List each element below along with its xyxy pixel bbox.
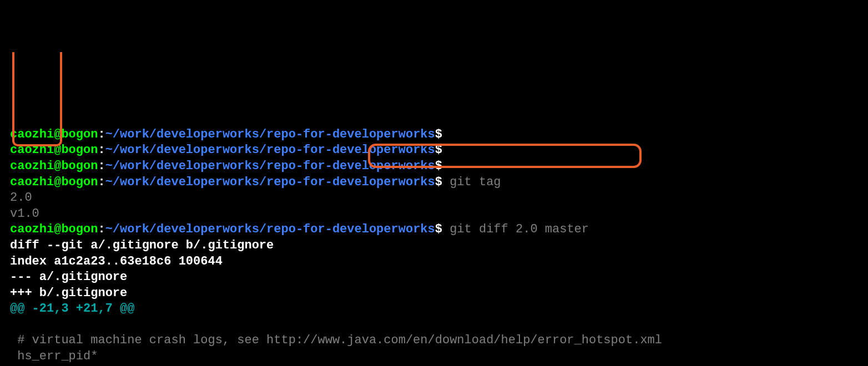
terminal-line-7: diff --git a/.gitignore b/.gitignore bbox=[10, 238, 858, 254]
prompt-colon: : bbox=[98, 175, 105, 189]
terminal-line-12 bbox=[10, 317, 858, 333]
prompt-colon: : bbox=[98, 222, 105, 236]
diff-header: +++ b/.gitignore bbox=[10, 286, 127, 300]
prompt-colon: : bbox=[98, 159, 105, 173]
terminal-line-11: @@ -21,3 +21,7 @@ bbox=[10, 301, 858, 317]
terminal-line-4: 2.0 bbox=[10, 190, 858, 206]
prompt-path: ~/work/developerworks/repo-for-developer… bbox=[105, 175, 435, 189]
prompt-dollar: $ bbox=[435, 222, 450, 236]
terminal-line-13: # virtual machine crash logs, see http:/… bbox=[10, 333, 858, 349]
diff-header: diff --git a/.gitignore b/.gitignore bbox=[10, 238, 274, 252]
prompt-colon: : bbox=[98, 143, 105, 157]
prompt-user: caozhi@bogon bbox=[10, 222, 98, 236]
command-text[interactable]: git diff 2.0 master bbox=[450, 222, 589, 236]
prompt-path: ~/work/developerworks/repo-for-developer… bbox=[105, 143, 435, 157]
output-text: v1.0 bbox=[10, 207, 39, 221]
diff-hunk: @@ -21,3 +21,7 @@ bbox=[10, 302, 134, 316]
prompt-path: ~/work/developerworks/repo-for-developer… bbox=[105, 159, 435, 173]
prompt-dollar: $ bbox=[435, 175, 450, 189]
output-text: # virtual machine crash logs, see http:/… bbox=[10, 333, 662, 347]
diff-header: --- a/.gitignore bbox=[10, 270, 127, 284]
output-text: 2.0 bbox=[10, 191, 32, 205]
command-text[interactable]: git tag bbox=[450, 175, 501, 189]
terminal-line-9: --- a/.gitignore bbox=[10, 270, 858, 286]
prompt-user: caozhi@bogon bbox=[10, 143, 98, 157]
prompt-path: ~/work/developerworks/repo-for-developer… bbox=[105, 222, 435, 236]
prompt-dollar: $ bbox=[435, 143, 450, 157]
terminal-line-5: v1.0 bbox=[10, 206, 858, 222]
terminal-line-1: caozhi@bogon:~/work/developerworks/repo-… bbox=[10, 143, 858, 159]
diff-header: index a1c2a23..63e18c6 100644 bbox=[10, 255, 223, 268]
prompt-user: caozhi@bogon bbox=[10, 159, 98, 173]
prompt-dollar: $ bbox=[435, 159, 450, 173]
terminal-line-6: caozhi@bogon:~/work/developerworks/repo-… bbox=[10, 222, 858, 238]
terminal-line-14: hs_err_pid* bbox=[10, 349, 858, 365]
terminal-line-8: index a1c2a23..63e18c6 100644 bbox=[10, 254, 858, 270]
prompt-dollar: $ bbox=[435, 128, 450, 141]
terminal-line-2: caozhi@bogon:~/work/developerworks/repo-… bbox=[10, 159, 858, 175]
terminal-line-10: +++ b/.gitignore bbox=[10, 286, 858, 302]
output-text: hs_err_pid* bbox=[10, 349, 98, 363]
output-text bbox=[10, 318, 17, 332]
terminal-line-3: caozhi@bogon:~/work/developerworks/repo-… bbox=[10, 175, 858, 191]
terminal-output: caozhi@bogon:~/work/developerworks/repo-… bbox=[10, 63, 858, 366]
prompt-path: ~/work/developerworks/repo-for-developer… bbox=[105, 128, 435, 141]
prompt-user: caozhi@bogon bbox=[10, 175, 98, 189]
prompt-user: caozhi@bogon bbox=[10, 128, 98, 141]
terminal-line-0: caozhi@bogon:~/work/developerworks/repo-… bbox=[10, 127, 858, 143]
prompt-colon: : bbox=[98, 128, 105, 141]
